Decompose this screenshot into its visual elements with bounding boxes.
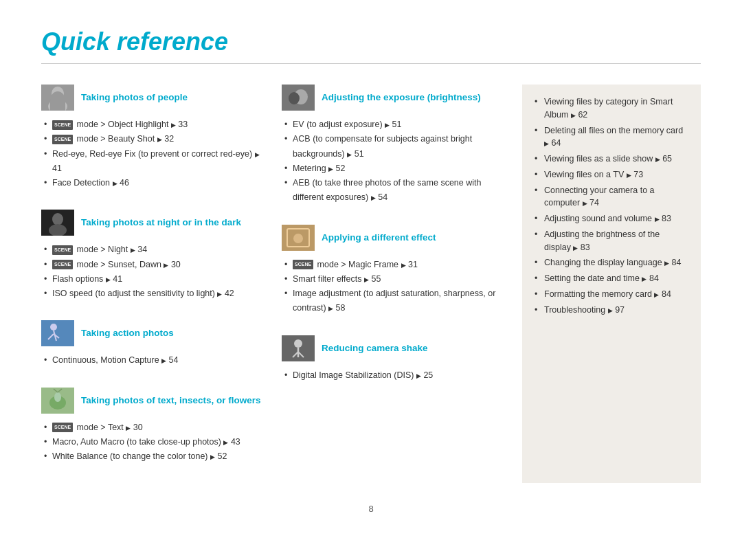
thumb-text-insects (41, 388, 74, 414)
section-effect: Applying a different effect SCENE mode >… (282, 225, 508, 316)
section-action-header: Taking action photos (41, 320, 268, 346)
svg-point-23 (294, 339, 302, 348)
list-item: Digital Image Stabilization (DIS) 25 (284, 368, 508, 383)
left-column: Taking photos of people SCENE mode > Obj… (41, 85, 268, 483)
section-text-insects-title: Taking photos of text, insects, or flowe… (81, 394, 261, 407)
list-item: Face Detection 46 (44, 176, 268, 190)
section-people-header: Taking photos of people (41, 85, 268, 111)
list-item: ISO speed (to adjust the sensitivity to … (44, 287, 268, 301)
section-night-list: SCENE mode > Night 34 SCENE mode > Sunse… (41, 243, 268, 301)
title-divider (41, 63, 701, 64)
list-item: SCENE mode > Night 34 (44, 243, 268, 257)
section-text-insects: Taking photos of text, insects, or flowe… (41, 388, 268, 464)
right-column-list: Viewing files by category in Smart Album… (535, 96, 688, 316)
section-action-list: Continuous, Motion Capture 54 (41, 353, 268, 368)
section-shake-title: Reducing camera shake (322, 342, 428, 355)
section-night: Taking photos at night or in the dark SC… (41, 210, 268, 301)
svg-point-1 (52, 87, 64, 100)
list-item: Connecting your camera to a computer 74 (535, 184, 688, 210)
list-item: Flash options 41 (44, 272, 268, 287)
thumb-night (41, 210, 74, 236)
section-night-header: Taking photos at night or in the dark (41, 210, 268, 236)
middle-column: Adjusting the exposure (brightness) EV (… (282, 85, 508, 483)
svg-point-21 (293, 234, 303, 243)
section-effect-list: SCENE mode > Magic Frame 31 Smart filter… (282, 258, 508, 316)
thumb-action (41, 320, 74, 346)
list-item: Adjusting sound and volume 83 (535, 212, 688, 225)
page-number: 8 (41, 504, 701, 514)
svg-point-18 (289, 92, 300, 104)
list-item: SCENE mode > Magic Frame 31 (284, 258, 508, 272)
section-text-insects-header: Taking photos of text, insects, or flowe… (41, 388, 268, 414)
list-item: EV (to adjust exposure) 51 (284, 117, 508, 132)
right-column: Viewing files by category in Smart Album… (522, 85, 701, 483)
main-layout: Taking photos of people SCENE mode > Obj… (41, 85, 701, 483)
list-item: SCENE mode > Text 30 (44, 421, 268, 435)
list-item: SCENE mode > Object Highlight 33 (44, 117, 268, 132)
section-shake: Reducing camera shake Digital Image Stab… (282, 335, 508, 383)
thumb-people (41, 85, 74, 111)
section-exposure-title: Adjusting the exposure (brightness) (322, 91, 481, 104)
svg-point-2 (48, 100, 67, 111)
list-item: Setting the date and time 84 (535, 272, 688, 285)
list-item: Image adjustment (to adjust saturation, … (284, 287, 508, 316)
section-shake-header: Reducing camera shake (282, 335, 508, 361)
list-item: Adjusting the brightness of the display … (535, 228, 688, 254)
section-night-title: Taking photos at night or in the dark (81, 216, 241, 229)
svg-point-4 (52, 213, 63, 225)
section-exposure-header: Adjusting the exposure (brightness) (282, 85, 508, 111)
list-item: Smart filter effects 55 (284, 272, 508, 287)
svg-point-13 (54, 392, 61, 402)
section-exposure: Adjusting the exposure (brightness) EV (… (282, 85, 508, 205)
list-item: Deleting all files on the memory card 64 (535, 124, 688, 150)
section-people-list: SCENE mode > Object Highlight 33 SCENE m… (41, 117, 268, 190)
list-item: SCENE mode > Beauty Shot 32 (44, 132, 268, 146)
thumb-shake (282, 335, 315, 361)
section-effect-title: Applying a different effect (322, 232, 436, 244)
list-item: Metering 52 (284, 161, 508, 176)
list-item: Viewing files by category in Smart Album… (535, 96, 688, 122)
section-action: Taking action photos Continuous, Motion … (41, 320, 268, 368)
list-item: ACB (to compensate for subjects against … (284, 132, 508, 161)
list-item: Viewing files as a slide show 65 (535, 153, 688, 166)
section-people-title: Taking photos of people (81, 91, 188, 104)
section-text-insects-list: SCENE mode > Text 30 Macro, Auto Macro (… (41, 421, 268, 464)
list-item: Formatting the memory card 84 (535, 288, 688, 301)
section-shake-list: Digital Image Stabilization (DIS) 25 (282, 368, 508, 383)
list-item: Troubleshooting 97 (535, 304, 688, 317)
thumb-effect (282, 225, 315, 251)
list-item: AEB (to take three photos of the same sc… (284, 176, 508, 205)
section-effect-header: Applying a different effect (282, 225, 508, 251)
section-exposure-list: EV (to adjust exposure) 51 ACB (to compe… (282, 117, 508, 205)
svg-rect-6 (41, 320, 74, 346)
list-item: Changing the display language 84 (535, 256, 688, 269)
list-item: SCENE mode > Sunset, Dawn 30 (44, 258, 268, 272)
list-item: White Balance (to change the color tone)… (44, 449, 268, 464)
list-item: Continuous, Motion Capture 54 (44, 353, 268, 368)
section-action-title: Taking action photos (81, 327, 174, 339)
list-item: Viewing files on a TV 73 (535, 168, 688, 181)
list-item: Red-eye, Red-eye Fix (to prevent or corr… (44, 147, 268, 177)
thumb-exposure (282, 85, 315, 111)
page-title: Quick reference (41, 27, 701, 56)
svg-point-7 (50, 324, 57, 331)
section-people: Taking photos of people SCENE mode > Obj… (41, 85, 268, 190)
list-item: Macro, Auto Macro (to take close-up phot… (44, 435, 268, 449)
